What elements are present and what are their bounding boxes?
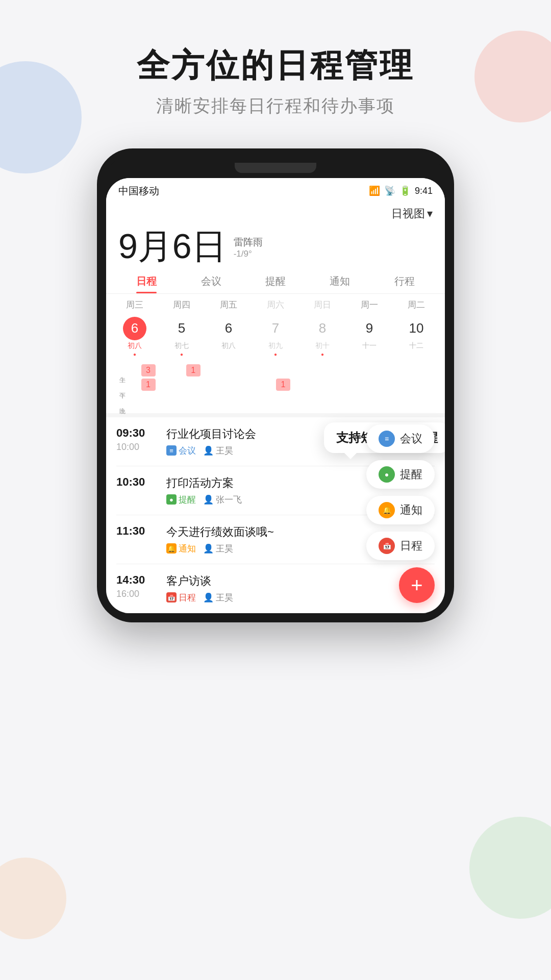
meeting-type-icon: ≡ — [166, 445, 177, 456]
date-cell-fri[interactable]: 6 初八 ● — [205, 315, 252, 359]
week-calendar: 周三 周四 周五 周六 周日 周一 周二 6 初八 ● — [106, 294, 445, 362]
week-day-sat: 周六 — [252, 299, 299, 311]
date-cell-sun[interactable]: 8 初十 ● — [299, 315, 346, 359]
reminder-icon: ● — [385, 470, 389, 479]
week-day-sun: 周日 — [299, 299, 346, 311]
event-type-label-4: 日程 — [179, 592, 196, 604]
event-type-label-2: 提醒 — [179, 494, 196, 506]
fab-option-schedule[interactable]: 📅 日程 — [366, 532, 435, 560]
time-label: 9:41 — [415, 186, 433, 196]
fab-option-meeting[interactable]: ≡ 会议 — [366, 424, 435, 453]
event-type-1: ≡ 会议 — [166, 445, 196, 457]
week-day-mon: 周一 — [346, 299, 393, 311]
schedule-type-icon: 📅 — [166, 592, 177, 602]
tab-itinerary[interactable]: 行程 — [372, 268, 437, 293]
tab-notification[interactable]: 通知 — [308, 268, 372, 293]
event-type-label-3: 通知 — [179, 543, 196, 555]
date-num-6-active: 6 — [123, 317, 146, 340]
lunar-fri: 初八 — [221, 341, 236, 350]
tab-meeting[interactable]: 会议 — [179, 268, 243, 293]
event-row-2: 1 1 — [127, 379, 440, 391]
chevron-down-icon: ▾ — [427, 207, 433, 220]
event-badge-1-thu: 1 — [186, 364, 201, 376]
event-time-col-4: 14:30 16:00 — [116, 573, 157, 599]
bg-circle-green — [469, 817, 551, 919]
lunar-mon: 十一 — [362, 341, 377, 350]
fab-option-notification[interactable]: 🔔 通知 — [366, 496, 435, 524]
date-cell-wed[interactable]: 6 初八 ● — [111, 315, 158, 359]
tab-schedule[interactable]: 日程 — [114, 268, 179, 293]
person-icon-4: 👤 — [203, 592, 214, 603]
phone-screen: 中国移动 📶 📡 🔋 9:41 日视图 ▾ 9月6日 雷阵雨 — [106, 178, 445, 613]
fab-schedule-label: 日程 — [400, 538, 422, 554]
week-dates: 6 初八 ● 5 初七 ● 6 初八 ● — [111, 315, 440, 359]
signal-icon: 📡 — [384, 185, 395, 196]
event-badge-3: 3 — [141, 364, 156, 376]
status-bar: 中国移动 📶 📡 🔋 9:41 — [106, 178, 445, 202]
wifi-icon: 📶 — [369, 185, 380, 196]
weather-info: 雷阵雨 -1/9° — [234, 236, 263, 263]
event-person-2: 👤 张一飞 — [203, 494, 242, 506]
schedule-icon: 📅 — [383, 542, 391, 550]
meeting-icon-circle: ≡ — [379, 431, 395, 447]
temp-text: -1/9° — [234, 249, 263, 259]
tab-reminder[interactable]: 提醒 — [243, 268, 308, 293]
date-num-5: 5 — [170, 317, 193, 340]
person-icon-3: 👤 — [203, 543, 214, 554]
date-header: 9月6日 雷阵雨 -1/9° — [106, 223, 445, 265]
event-badge-1-sat: 1 — [276, 379, 290, 391]
person-name-4: 王昊 — [216, 592, 233, 604]
person-name-3: 王昊 — [216, 543, 233, 555]
date-cell-thu[interactable]: 5 初七 ● — [158, 315, 205, 359]
week-day-tue: 周二 — [393, 299, 440, 311]
event-type-2: ● 提醒 — [166, 494, 196, 506]
event-col-wed-r2: 1 — [127, 379, 170, 391]
sub-title: 清晰安排每日行程和待办事项 — [0, 94, 551, 118]
view-selector[interactable]: 日视图 ▾ — [391, 206, 433, 221]
event-col-thu-r1: 1 — [171, 364, 215, 376]
view-selector-label: 日视图 — [391, 206, 425, 221]
date-cell-tue[interactable]: 10 十二 ● — [393, 315, 440, 359]
date-cell-sat[interactable]: 7 初九 ● — [252, 315, 299, 359]
tab-bar: 日程 会议 提醒 通知 行程 — [106, 268, 445, 294]
date-num-10: 10 — [405, 317, 428, 340]
event-end-1: 10:00 — [116, 442, 157, 453]
phone-notch-area — [106, 158, 445, 178]
battery-icon: 🔋 — [399, 185, 411, 196]
event-col-sat-r2: 1 — [261, 379, 305, 391]
event-badge-1-wed: 1 — [141, 379, 156, 391]
event-section-wrapper: 支持短信/电话提醒 ≡ 会议 ● 提醒 — [106, 417, 445, 613]
event-type-label-1: 会议 — [179, 445, 196, 457]
fab-plus-icon: + — [411, 575, 422, 595]
person-icon-2: 👤 — [203, 494, 214, 505]
reminder-icon-circle: ● — [379, 466, 395, 483]
lunar-thu: 初七 — [174, 341, 189, 350]
section-divider — [106, 413, 445, 417]
phone-frame: 中国移动 📶 📡 🔋 9:41 日视图 ▾ 9月6日 雷阵雨 — [97, 148, 454, 622]
lunar-tue: 十二 — [409, 341, 423, 350]
event-start-2: 10:30 — [116, 475, 157, 489]
fab-option-reminder[interactable]: ● 提醒 — [366, 460, 435, 489]
date-num-6: 6 — [217, 317, 240, 340]
event-person-4: 👤 王昊 — [203, 592, 233, 604]
fab-main-button[interactable]: + — [399, 567, 435, 603]
event-start-3: 11:30 — [116, 524, 157, 538]
header-section: 全方位的日程管理 清晰安排每日行程和待办事项 — [0, 0, 551, 138]
date-num-8: 8 — [311, 317, 334, 340]
event-col-wed-r1: 3 — [127, 364, 170, 376]
fab-meeting-label: 会议 — [400, 431, 422, 446]
notification-type-icon: 🔔 — [166, 543, 177, 554]
date-cell-mon[interactable]: 9 十一 ● — [346, 315, 393, 359]
event-time-col-2: 10:30 — [116, 475, 157, 489]
week-day-wed: 周三 — [111, 299, 158, 311]
event-person-1: 👤 王昊 — [203, 445, 233, 457]
carrier-label: 中国移动 — [118, 184, 159, 198]
phone-notch — [235, 163, 316, 173]
lunar-wed: 初八 — [128, 341, 142, 350]
bg-circle-orange — [0, 858, 66, 939]
fab-reminder-label: 提醒 — [400, 467, 422, 482]
notification-icon: 🔔 — [383, 506, 391, 514]
lunar-sat: 初九 — [268, 341, 283, 350]
phone-wrapper: 中国移动 📶 📡 🔋 9:41 日视图 ▾ 9月6日 雷阵雨 — [0, 148, 551, 622]
person-name-2: 张一飞 — [216, 494, 242, 506]
